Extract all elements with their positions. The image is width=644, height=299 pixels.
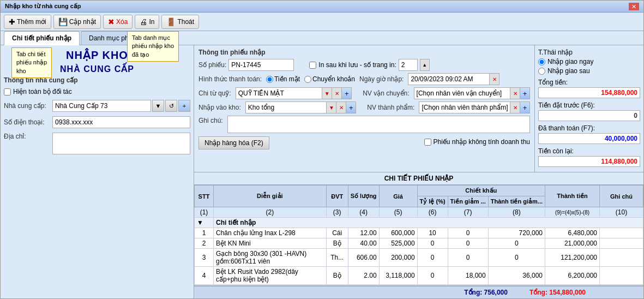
delete-icon: ✖ — [108, 17, 115, 26]
main-window: Nhập kho từ nhà cung cấp ✕ ✚ Thêm mới 💾 … — [0, 0, 644, 299]
cell-dvt-2: Bộ — [326, 238, 348, 249]
cell-ttg-1: 720,000 — [488, 228, 545, 238]
window-title: Nhập kho từ nhà cung cấp — [5, 3, 81, 10]
radio-giao-sau[interactable] — [538, 68, 545, 75]
value-tong-tien: 154,880,000 — [538, 87, 640, 98]
btn-exit[interactable]: 🚪 Thoát — [161, 15, 199, 29]
cell-stt-4: 4 — [195, 267, 214, 285]
tstyle-label-row: T.Thái nhập — [538, 49, 640, 56]
input-sdt[interactable] — [52, 116, 190, 128]
main-content: NHẬP KHO NHÀ CUNG CẤP Thông tin nhà cung… — [1, 45, 643, 298]
btn-chi-tu-quy-x[interactable]: ✕ — [332, 87, 342, 99]
btn-ngay-gio-x[interactable]: ✕ — [490, 73, 499, 85]
input-chi-tu-quy[interactable] — [236, 87, 322, 99]
btn-delete[interactable]: ✖ Xóa — [103, 15, 133, 29]
label-nha-cung-cap: Nhà cung cấp: — [4, 102, 50, 110]
title-bar: Nhập kho từ nhà cung cấp ✕ — [1, 1, 643, 13]
th-thanh-tien: Thành tiền — [545, 186, 600, 207]
th-so-luong: Số lượng — [348, 186, 379, 207]
btn-new[interactable]: ✚ Thêm mới — [4, 15, 51, 29]
plus-icon: ✚ — [9, 17, 15, 26]
tabs-row: Chi tiết phiếu nhập Danh mục phiếu nhập … — [1, 31, 643, 45]
table-row: 1 Chân chậu lửng Inax L-298 Cái 12.00 60… — [195, 228, 643, 238]
btn-nhap-hang[interactable]: Nhập hàng hóa (F2) — [198, 136, 269, 150]
tong-tien-row: Tổng tiền: 154,880,000 — [538, 79, 640, 98]
th-num-5: (5) — [379, 207, 417, 218]
cell-gc-2 — [600, 238, 643, 249]
close-button[interactable]: ✕ — [629, 3, 639, 10]
cell-tg-1: 0 — [448, 228, 488, 238]
btn-nha-cung-cap-refresh[interactable]: ↺ — [165, 100, 177, 112]
table-row: 4 Bệt LK Rusit Vado 2982(dây cấp+phu kiệ… — [195, 267, 643, 285]
input-nv-van-chuyen[interactable] — [414, 87, 510, 99]
input-ghi-chu[interactable] — [227, 116, 530, 133]
btn-nha-cung-cap-dropdown[interactable]: ▼ — [152, 100, 164, 112]
radio-giao-sau-label[interactable]: Nhập giao sau — [538, 67, 640, 75]
print-icon: 🖨 — [140, 17, 147, 26]
btn-so-trang-up[interactable]: ▲ — [420, 59, 430, 71]
label-ngay-gio: Ngày giờ nhập: — [359, 75, 404, 83]
checkbox-khong-tinh-dt[interactable] — [424, 139, 431, 146]
cell-sl-1: 12.00 — [348, 228, 379, 238]
btn-nv-tp-x[interactable]: ✕ — [510, 101, 520, 113]
title-nhap-kho: NHẬP KHO — [66, 49, 128, 61]
radio-giao-ngay-label[interactable]: Nhập giao ngay — [538, 58, 640, 65]
total-label-tien-giam: Tổng: 756,000 — [464, 289, 508, 296]
btn-kho-dropdown[interactable]: ▼ — [327, 101, 336, 113]
th-stt: STT — [195, 186, 214, 207]
btn-nha-cung-cap-add[interactable]: + — [178, 100, 190, 112]
input-nha-cung-cap[interactable] — [52, 100, 151, 112]
th-num-2: (2) — [214, 207, 327, 218]
th-tt-giam: Thành tiền giảm... — [488, 196, 545, 207]
btn-update[interactable]: 💾 Cập nhật — [53, 15, 101, 29]
cell-sl-2: 40.00 — [348, 238, 379, 249]
input-so-trang-in[interactable] — [399, 59, 418, 71]
info-row-2: Hình thức thanh toán: Tiền mặt Chuyển kh… — [198, 73, 530, 85]
radio-chuyen-khoan-label[interactable]: Chuyển khoản — [304, 75, 355, 83]
group-arrow: ▼ — [195, 218, 214, 228]
label-dia-chi: Địa chỉ: — [4, 133, 50, 140]
tab-chi-tiet[interactable]: Chi tiết phiếu nhập — [4, 31, 80, 45]
label-sdt: Số điện thoại: — [4, 118, 50, 126]
cell-tl-3: 0 — [417, 249, 448, 267]
btn-kho-x[interactable]: ✕ — [336, 101, 346, 113]
radio-tien-mat-label[interactable]: Tiền mặt — [266, 75, 300, 83]
btn-kho-plus[interactable]: + — [346, 101, 356, 113]
label-da-thanh-toan: Đã thanh toán (F7): — [538, 124, 640, 132]
cell-dg-4: Bệt LK Rusit Vado 2982(dây cấp+phu kiện … — [214, 267, 327, 285]
value-tien-con-lai: 114,880,000 — [538, 156, 640, 167]
input-so-phieu[interactable] — [228, 59, 294, 71]
cell-gia-1: 600,000 — [379, 228, 417, 238]
radio-col-tstyle: Nhập giao ngay Nhập giao sau — [538, 58, 640, 75]
radio-giao-ngay[interactable] — [538, 58, 545, 65]
input-nv-thanh-pham[interactable] — [419, 101, 510, 113]
cell-gia-4: 3,118,000 — [379, 267, 417, 285]
input-dia-chi[interactable] — [52, 133, 190, 154]
cell-dg-2: Bệt KN Mini — [214, 238, 327, 249]
cell-dg-1: Chân chậu lửng Inax L-298 — [214, 228, 327, 238]
btn-print[interactable]: 🖨 In — [135, 15, 159, 29]
btn-nv-tp-plus[interactable]: + — [520, 101, 530, 113]
radio-chuyen-khoan[interactable] — [304, 76, 311, 83]
cell-tl-4: 0 — [417, 267, 448, 285]
input-ngay-gio[interactable] — [408, 73, 490, 85]
input-nhap-vao-kho[interactable] — [245, 101, 327, 113]
label-tien-con-lai: Tiền còn lại: — [538, 147, 640, 155]
form-row-nha-cung-cap: Nhà cung cấp: ▼ ↺ + — [4, 100, 190, 112]
btn-nv-vc-plus[interactable]: + — [520, 87, 530, 99]
label-tong-tien: Tổng tiền: — [538, 79, 640, 86]
cell-gia-2: 525,000 — [379, 238, 417, 249]
btn-chi-tu-quy-dropdown[interactable]: ▼ — [322, 87, 332, 99]
tien-con-lai-row: Tiền còn lại: 114,880,000 — [538, 147, 640, 167]
btn-chi-tu-quy-plus[interactable]: + — [342, 87, 352, 99]
tooltip-tab2: Tab danh mụcphiếu nhập khođã tạo — [127, 31, 179, 62]
checkbox-in-sau[interactable] — [309, 62, 316, 69]
btn-nv-vc-x[interactable]: ✕ — [510, 87, 520, 99]
cell-tt-1: 6,480,000 — [545, 228, 600, 238]
table-container[interactable]: STT Diễn giải ĐVT Số lượng Giá Chiết khấ… — [194, 185, 643, 285]
dat-truoc-row: Tiền đặt trước (F6): 0 — [538, 101, 640, 121]
radio-tien-mat[interactable] — [266, 76, 273, 83]
save-icon: 💾 — [58, 17, 68, 26]
checkbox-doi-tac[interactable] — [4, 88, 11, 95]
form-row-dia-chi: Địa chỉ: — [4, 133, 190, 154]
